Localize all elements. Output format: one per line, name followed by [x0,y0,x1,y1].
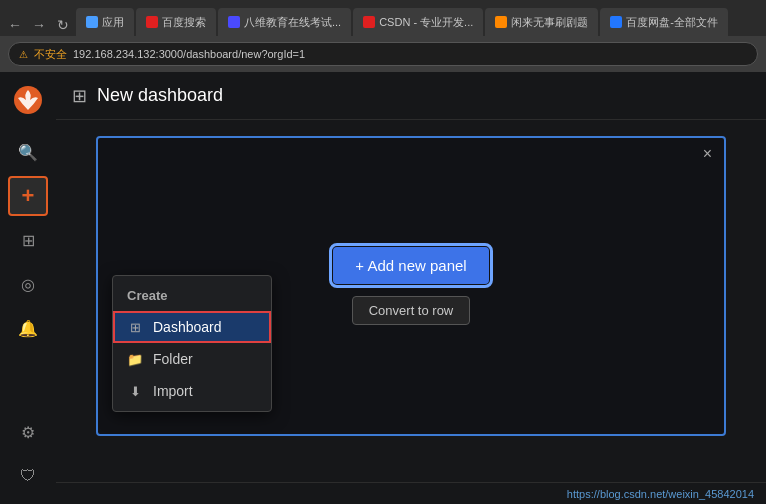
folder-menu-label: Folder [153,351,193,367]
sidebar-item-create[interactable]: + [8,176,48,216]
panel-close-button[interactable]: × [703,146,712,162]
app-layout: 🔍 + ⊞ ◎ 🔔 ⚙ 🛡 ⊞ New dashboard [0,72,766,504]
forward-button[interactable]: → [28,14,50,36]
page-title: New dashboard [97,85,223,106]
status-url: https://blog.csdn.net/weixin_45842014 [567,488,754,500]
browser-toolbar: ⚠ 不安全 192.168.234.132:3000/dashboard/new… [0,36,766,72]
security-label: 不安全 [34,47,67,62]
tab-闲来-icon [495,16,507,28]
add-new-panel-button[interactable]: + Add new panel [333,247,488,284]
bell-icon: 🔔 [18,319,38,338]
create-plus-icon: + [22,183,35,209]
address-bar[interactable]: ⚠ 不安全 192.168.234.132:3000/dashboard/new… [8,42,758,66]
create-menu-item-folder[interactable]: 📁 Folder [113,343,271,375]
sidebar-item-search[interactable]: 🔍 [8,132,48,172]
tab-eight[interactable]: 八维教育在线考试... [218,8,351,36]
browser-chrome: ← → ↻ 应用 百度搜索 八维教育在线考试... CSDN - 专业开发...… [0,0,766,72]
explore-icon: ◎ [21,275,35,294]
lock-icon: ⚠ [19,49,28,60]
tab-eight-label: 八维教育在线考试... [244,15,341,30]
shield-icon: 🛡 [20,467,36,485]
import-menu-icon: ⬇ [127,384,143,399]
tab-baidu-icon [146,16,158,28]
dashboard-menu-label: Dashboard [153,319,222,335]
tab-csdn[interactable]: CSDN - 专业开发... [353,8,483,36]
tab-baidu-label: 百度搜索 [162,15,206,30]
tab-baidu[interactable]: 百度搜索 [136,8,216,36]
sidebar-item-alerting[interactable]: 🔔 [8,308,48,348]
create-menu-header: Create [113,280,271,311]
tab-baidu-disk[interactable]: 百度网盘-全部文件 [600,8,728,36]
main-content: ⊞ New dashboard Create ⊞ Dashboard 📁 Fol… [56,72,766,504]
tab-csdn-label: CSDN - 专业开发... [379,15,473,30]
tab-闲来[interactable]: 闲来无事刷剧题 [485,8,598,36]
tab-csdn-icon [363,16,375,28]
dashboard-menu-icon: ⊞ [127,320,143,335]
create-menu-item-import[interactable]: ⬇ Import [113,375,271,407]
tab-baidu-disk-icon [610,16,622,28]
tab-eight-icon [228,16,240,28]
gear-icon: ⚙ [21,423,35,442]
sidebar-item-dashboards[interactable]: ⊞ [8,220,48,260]
grafana-logo[interactable] [8,80,48,120]
sidebar-item-settings[interactable]: ⚙ [8,412,48,452]
import-menu-label: Import [153,383,193,399]
status-bar: https://blog.csdn.net/weixin_45842014 [56,482,766,504]
address-text: 192.168.234.132:3000/dashboard/new?orgId… [73,48,305,60]
tab-apps[interactable]: 应用 [76,8,134,36]
sidebar-item-explore[interactable]: ◎ [8,264,48,304]
back-button[interactable]: ← [4,14,26,36]
dashboard-area: Create ⊞ Dashboard 📁 Folder ⬇ Import × [56,120,766,482]
tab-闲来-label: 闲来无事刷剧题 [511,15,588,30]
search-icon: 🔍 [18,143,38,162]
grafana-icon [12,84,44,116]
dashboards-icon: ⊞ [22,231,35,250]
convert-row-label: Convert to row [369,303,454,318]
dashboard-grid-icon: ⊞ [72,85,87,107]
browser-tabs: ← → ↻ 应用 百度搜索 八维教育在线考试... CSDN - 专业开发...… [0,0,766,36]
top-bar: ⊞ New dashboard [56,72,766,120]
add-panel-label: + Add new panel [355,257,466,274]
create-menu: Create ⊞ Dashboard 📁 Folder ⬇ Import [112,275,272,412]
tab-apps-icon [86,16,98,28]
convert-to-row-button[interactable]: Convert to row [352,296,471,325]
refresh-button[interactable]: ↻ [52,14,74,36]
tab-baidu-disk-label: 百度网盘-全部文件 [626,15,718,30]
folder-menu-icon: 📁 [127,352,143,367]
tab-apps-label: 应用 [102,15,124,30]
sidebar-item-shield[interactable]: 🛡 [8,456,48,496]
create-menu-item-dashboard[interactable]: ⊞ Dashboard [113,311,271,343]
sidebar: 🔍 + ⊞ ◎ 🔔 ⚙ 🛡 [0,72,56,504]
